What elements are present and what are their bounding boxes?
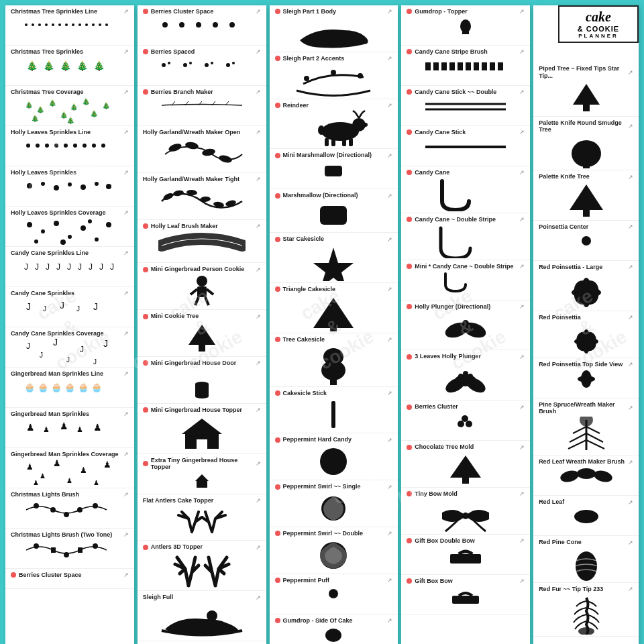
- list-item[interactable]: Berries Cluster Space ↗: [5, 569, 134, 589]
- list-item[interactable]: Red Fur ~~ Tip Tip 233 ↗: [533, 583, 639, 637]
- svg-text:♟: ♟: [103, 460, 111, 470]
- svg-text:J: J: [110, 262, 114, 272]
- item-icon: [407, 405, 412, 410]
- brush-label: Candy Cane Sprinkles Coverage: [11, 330, 104, 337]
- list-item[interactable]: Gingerbread Man Sprinkles ↗ ♟♟♟♟♟: [5, 408, 134, 448]
- brush-preview: [143, 505, 261, 539]
- list-item[interactable]: Peppermint Swirl ~~ Single ↗: [270, 480, 398, 527]
- svg-text:J: J: [26, 341, 30, 351]
- list-item[interactable]: Palette Knife Round Smudge Tree ↗: [533, 117, 639, 171]
- list-item[interactable]: Berries Spaced ↗: [138, 46, 266, 86]
- arrow-icon: ↗: [123, 491, 129, 498]
- list-item[interactable]: Red Leaf Wreath Maker Brush ↗: [533, 455, 639, 496]
- list-item[interactable]: Mini * Candy Cane ~ Double Stripe ↗: [401, 260, 530, 301]
- list-item[interactable]: Piped Tree ~ Fixed Tips Star Tip... ↗: [533, 62, 639, 117]
- list-item[interactable]: Mini Marshmallow (Directional) ↗: [270, 149, 398, 189]
- svg-point-118: [184, 141, 199, 150]
- list-item[interactable]: Sleigh Part 1 Body ↗: [270, 5, 398, 52]
- brush-preview: 🎄🎄🎄🎄🎄🎄🎄🎄🎄🎄: [11, 97, 129, 124]
- list-item[interactable]: Red Poinsettia ↗: [533, 311, 639, 358]
- svg-point-10: [92, 23, 95, 26]
- svg-point-152: [364, 123, 368, 127]
- list-item[interactable]: 3 Leaves Holly Plunger ↗: [401, 350, 530, 400]
- list-item[interactable]: Gumdrop - Side Of Cake ↗: [270, 614, 398, 644]
- brush-label: Peppermint Puff: [283, 577, 330, 584]
- list-item[interactable]: Berries Cluster Space ↗: [138, 5, 266, 46]
- list-item[interactable]: Mini Gingerbread House Door ↗: [138, 357, 266, 404]
- item-icon: [143, 49, 148, 54]
- list-item[interactable]: Candy Cane Sprinkles Coverage ↗ JJJJJJJ: [5, 327, 134, 368]
- list-item[interactable]: Holly Garland/Wreath Maker Tight ↗: [138, 173, 266, 220]
- list-item[interactable]: Red Poinsettia - Large ↗: [533, 261, 639, 311]
- list-item[interactable]: Holly Leaves Sprinkles Coverage ↗: [5, 207, 134, 247]
- list-item[interactable]: Gumdrop - Topper ↗: [401, 5, 530, 46]
- svg-point-113: [205, 63, 209, 67]
- list-item[interactable]: Palette Knife Tree ↗: [533, 170, 639, 221]
- list-item[interactable]: Peppermint Swirl ~~ Double ↗: [270, 527, 398, 574]
- list-item[interactable]: Gift Box Double Bow ↗: [401, 535, 530, 575]
- brush-label: Candy Cane Stripe Brush: [415, 48, 488, 56]
- list-item[interactable]: Christmas Lights Brush ↗: [5, 488, 134, 529]
- list-item[interactable]: Gift Box Bow ↗: [401, 575, 530, 615]
- list-item[interactable]: Mini Cookie Tree ↗: [138, 310, 266, 357]
- list-item[interactable]: Tree Cakesicle ↗: [270, 333, 398, 387]
- brush-preview: [143, 184, 261, 218]
- brush-label: Mini Cookie Tree: [151, 313, 199, 320]
- brush-label: Palette Knife Round Smudge Tree: [539, 119, 625, 134]
- svg-line-131: [195, 297, 199, 305]
- svg-marker-195: [570, 184, 603, 210]
- list-item[interactable]: Tiny Bow Mold ↗: [401, 488, 530, 535]
- list-item[interactable]: Extra Tiny Gingerbread House Topper ↗: [138, 454, 266, 494]
- brush-label: Star Cakesicle: [283, 235, 325, 243]
- list-item[interactable]: Peppermint Puff ↗: [270, 574, 398, 614]
- list-item[interactable]: Candy Cane ↗: [401, 166, 530, 213]
- svg-point-39: [54, 185, 59, 191]
- brush-label: Gingerbread Man Sprinkles: [11, 411, 89, 418]
- list-item[interactable]: Holly Leaf Brush Maker ↗: [138, 220, 266, 264]
- list-item[interactable]: Candy Cane Sprinkles ↗ JJJJJ: [5, 287, 134, 327]
- list-item[interactable]: Sleigh Full ↗: [138, 591, 266, 641]
- list-item[interactable]: Holly Leaves Sprinkles ↗: [5, 166, 134, 207]
- svg-rect-161: [331, 401, 335, 428]
- list-item[interactable]: Sleigh Part 2 Accents ↗: [270, 52, 398, 99]
- list-item[interactable]: Christmas Tree Sprinkles ↗ 🎄 🎄 🎄 🎄 🎄: [5, 46, 134, 86]
- list-item[interactable]: Poinsettia Center ↗: [533, 221, 639, 261]
- arrow-icon: ↗: [387, 617, 392, 624]
- list-item[interactable]: Cakesicle Stick ↗: [270, 387, 398, 434]
- list-item[interactable]: Holly Plunger (Directional) ↗: [401, 301, 530, 351]
- list-item[interactable]: Candy Cane ~ Double Stripe ↗: [401, 213, 530, 260]
- list-item[interactable]: Red Poinsettia Top Side View ↗: [533, 358, 639, 398]
- list-item[interactable]: Mini Gingerbread House Topper ↗: [138, 404, 266, 454]
- list-item[interactable]: Berries Cluster ↗: [401, 400, 530, 441]
- arrow-icon: ↗: [387, 152, 392, 159]
- list-item[interactable]: Red Leaf ↗: [533, 496, 639, 536]
- list-item[interactable]: Red Pine Cone ↗: [533, 536, 639, 583]
- arrow-icon: ↗: [123, 8, 129, 15]
- list-item[interactable]: Marshmallow (Directional) ↗: [270, 189, 398, 233]
- list-item[interactable]: Flat Antlers Cake Topper ↗: [138, 494, 266, 541]
- list-item[interactable]: Holly Leaves Sprinkles Line ↗: [5, 126, 134, 166]
- list-item[interactable]: Candy Cane Sprinkles Line ↗ JJJJJJJJJ: [5, 247, 134, 287]
- brush-label: 3 Leaves Holly Plunger: [415, 353, 481, 360]
- list-item[interactable]: Pine Spruce/Wreath Maker Brush ↗: [533, 398, 639, 456]
- list-item[interactable]: Christmas Tree Sprinkles Line ↗: [5, 5, 134, 46]
- brush-preview: [143, 97, 261, 114]
- list-item[interactable]: Candy Cane Stripe Brush ↗: [401, 46, 530, 86]
- list-item[interactable]: Star Cakesicle ↗: [270, 233, 398, 283]
- list-item[interactable]: Sleigh Part 1 Body ↗: [138, 641, 266, 644]
- list-item[interactable]: Christmas Lights Brush (Two Tone) ↗: [5, 529, 134, 569]
- list-item[interactable]: Chocolate Tree Mold ↗: [401, 441, 530, 488]
- list-item[interactable]: Gingerbread Man Sprinkles Coverage ↗ ♟♟♟…: [5, 448, 134, 488]
- list-item[interactable]: Gingerbread Man Sprinkles Line ↗ 🧁🧁🧁🧁🧁🧁: [5, 368, 134, 408]
- list-item[interactable]: Peppermint Hard Candy ↗: [270, 433, 398, 480]
- list-item[interactable]: Berries Branch Maker ↗: [138, 86, 266, 126]
- list-item[interactable]: Christmas Tree Coverage ↗ 🎄🎄🎄🎄🎄🎄🎄🎄🎄🎄: [5, 86, 134, 126]
- list-item[interactable]: Candy Cane Stick ~~ Double ↗: [401, 86, 530, 126]
- svg-point-182: [468, 374, 473, 379]
- list-item[interactable]: Antlers 3D Topper ↗: [138, 541, 266, 591]
- list-item[interactable]: Triangle Cakesicle ↗: [270, 283, 398, 333]
- list-item[interactable]: Mini Gingerbread Person Cookie ↗: [138, 263, 266, 310]
- list-item[interactable]: Reindeer ↗: [270, 99, 398, 150]
- list-item[interactable]: Candy Cane Stick ↗: [401, 126, 530, 166]
- list-item[interactable]: Holly Garland/Wreath Maker Open ↗: [138, 126, 266, 173]
